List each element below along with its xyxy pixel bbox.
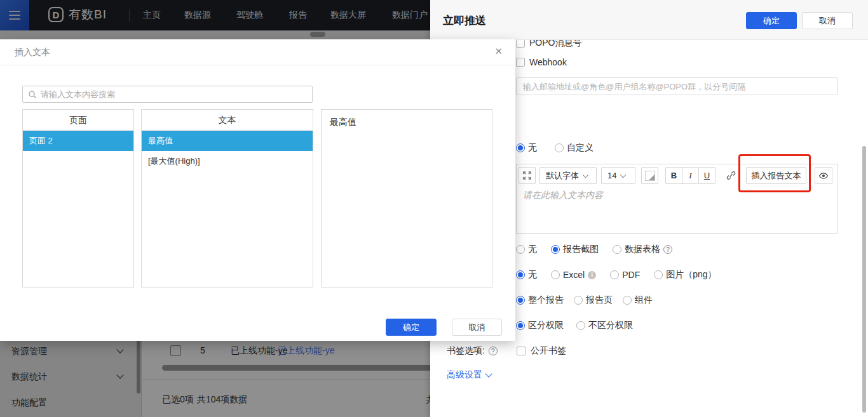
page-column-header: 页面 xyxy=(23,110,133,131)
fullscreen-icon xyxy=(523,171,531,180)
modal-header: 插入文本 ✕ xyxy=(0,39,515,65)
attachment-format-group: 无 Exceli PDF 图片（png） xyxy=(516,269,717,281)
radio-icon[interactable] xyxy=(555,143,564,152)
radio-selected-icon[interactable] xyxy=(516,143,525,152)
font-color-picker[interactable] xyxy=(641,167,658,184)
title-mode-custom[interactable]: 自定义 xyxy=(555,142,593,154)
permission-split[interactable]: 区分权限 xyxy=(516,320,564,331)
info-icon[interactable]: i xyxy=(588,271,596,279)
modal-title: 插入文本 xyxy=(15,47,50,58)
underline-button[interactable]: U xyxy=(698,167,715,184)
fullscreen-button[interactable] xyxy=(519,167,536,184)
webhook-label: Webhook xyxy=(529,57,567,67)
public-bookmark-checkbox[interactable] xyxy=(517,347,526,355)
panel-scrollbar[interactable] xyxy=(862,146,866,413)
italic-button[interactable]: I xyxy=(682,167,699,184)
text-column-header: 文本 xyxy=(142,110,313,131)
modal-cancel-button[interactable]: 取消 xyxy=(452,319,502,336)
channel-webhook-row: Webhook xyxy=(516,57,567,67)
content-none[interactable]: 无 xyxy=(516,244,537,255)
insert-text-modal: 插入文本 ✕ 页面 页面 2 文本 最高值 [最大值(High)] 最高值 确定… xyxy=(0,39,515,341)
eye-icon xyxy=(818,171,829,181)
push-scope-group: 整个报告 报告页 组件 xyxy=(516,295,653,306)
insert-link-button[interactable] xyxy=(722,167,740,184)
search-icon xyxy=(28,90,37,99)
scope-component[interactable]: 组件 xyxy=(623,295,653,306)
radio-icon[interactable] xyxy=(613,245,621,254)
text-preview-box: 最高值 xyxy=(321,109,492,288)
permission-group: 区分权限 不区分权限 xyxy=(516,320,633,331)
radio-selected-icon[interactable] xyxy=(516,321,525,330)
push-panel-title: 立即推送 xyxy=(443,13,486,28)
format-png[interactable]: 图片（png） xyxy=(654,269,716,281)
scope-whole-report[interactable]: 整个报告 xyxy=(516,295,564,306)
content-type-group: 无 报告截图 数据表格? xyxy=(516,244,672,255)
scope-report-page[interactable]: 报告页 xyxy=(574,295,613,306)
radio-icon[interactable] xyxy=(623,296,632,305)
radio-icon[interactable] xyxy=(551,270,560,279)
format-pdf[interactable]: PDF xyxy=(610,270,640,280)
webhook-checkbox[interactable] xyxy=(516,58,525,67)
title-mode-none[interactable]: 无 xyxy=(516,142,537,154)
chevron-down-icon xyxy=(485,370,492,377)
font-size-select[interactable]: 14 xyxy=(601,167,635,184)
page-column: 页面 页面 2 xyxy=(22,109,134,288)
link-icon xyxy=(726,171,736,180)
push-panel-header: 立即推送 确定 取消 xyxy=(430,0,868,40)
content-screenshot[interactable]: 报告截图 xyxy=(551,244,599,255)
bookmark-options-row: 书签选项: ? 公开书签 xyxy=(447,345,566,357)
chevron-down-icon xyxy=(620,171,627,178)
screen: D 有数BI 主页 数据源 驾驶舱 报告 数据大屏 数据门户 资源管理 数据统计… xyxy=(0,0,868,417)
radio-selected-icon[interactable] xyxy=(516,270,525,279)
chevron-down-icon xyxy=(583,171,589,178)
popo-checkbox[interactable] xyxy=(516,39,525,48)
radio-icon[interactable] xyxy=(610,270,619,279)
title-mode-group: 无 自定义 xyxy=(516,142,593,154)
radio-icon[interactable] xyxy=(574,296,583,305)
recipients-input[interactable] xyxy=(516,77,837,95)
push-confirm-button[interactable]: 确定 xyxy=(746,12,797,29)
bold-button[interactable]: B xyxy=(665,167,682,184)
preview-button[interactable] xyxy=(815,167,832,184)
content-datatable[interactable]: 数据表格? xyxy=(613,244,672,255)
public-bookmark-label: 公开书签 xyxy=(531,345,566,357)
modal-confirm-button[interactable]: 确定 xyxy=(386,319,437,336)
rich-text-editor: 默认字体 14 B I U 插入报告文本 xyxy=(516,164,837,234)
text-search-box xyxy=(22,86,313,103)
advanced-settings-link[interactable]: 高级设置 xyxy=(447,369,491,381)
text-search-input[interactable] xyxy=(41,89,307,99)
radio-selected-icon[interactable] xyxy=(516,296,525,305)
radio-selected-icon[interactable] xyxy=(551,245,560,254)
insert-report-text-button[interactable]: 插入报告文本 xyxy=(746,167,806,184)
color-swatch-icon xyxy=(645,171,655,181)
format-excel[interactable]: Exceli xyxy=(551,270,596,280)
help-icon[interactable]: ? xyxy=(489,347,498,355)
text-column: 文本 最高值 [最大值(High)] xyxy=(141,109,313,288)
help-icon[interactable]: ? xyxy=(663,245,672,254)
push-cancel-button[interactable]: 取消 xyxy=(802,12,853,29)
format-none[interactable]: 无 xyxy=(516,269,537,281)
radio-icon[interactable] xyxy=(654,270,663,279)
page-list-item-selected[interactable]: 页面 2 xyxy=(23,131,133,151)
radio-icon[interactable] xyxy=(516,245,525,254)
bookmark-options-label: 书签选项: ? xyxy=(447,345,498,357)
close-icon[interactable]: ✕ xyxy=(494,46,503,57)
radio-icon[interactable] xyxy=(576,321,585,330)
font-family-select[interactable]: 默认字体 xyxy=(539,167,597,184)
editor-placeholder[interactable]: 请在此输入文本内容 xyxy=(523,190,603,201)
text-list-item-selected[interactable]: 最高值 xyxy=(142,131,313,151)
text-list-item[interactable]: [最大值(High)] xyxy=(142,151,313,171)
permission-nosplit[interactable]: 不区分权限 xyxy=(576,320,633,331)
